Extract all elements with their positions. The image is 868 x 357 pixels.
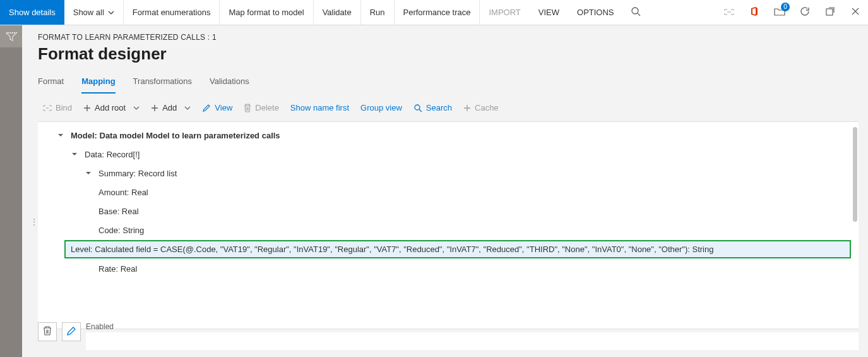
tab-validations[interactable]: Validations: [210, 71, 249, 94]
show-all-button[interactable]: Show all: [64, 0, 124, 25]
office-icon: [749, 6, 759, 18]
bind-icon: [43, 105, 52, 111]
add-root-button[interactable]: Add root: [83, 103, 140, 112]
search-button[interactable]: [623, 0, 648, 25]
refresh-button[interactable]: [792, 0, 817, 25]
tree-label: Summary: Record list: [98, 169, 177, 178]
top-command-bar: Show details Show all Format enumeration…: [0, 0, 868, 25]
tree-node-summary[interactable]: Summary: Record list: [38, 164, 859, 183]
search-icon: [631, 6, 641, 18]
page-title: Format designer: [38, 42, 859, 68]
tab-transformations[interactable]: Transformations: [133, 71, 192, 94]
svg-line-4: [419, 109, 422, 112]
tab-bar: Format Mapping Transformations Validatio…: [38, 68, 859, 94]
bind-button[interactable]: Bind: [43, 103, 72, 112]
trash-icon: [244, 104, 251, 112]
search-button[interactable]: Search: [413, 103, 452, 112]
show-all-label: Show all: [73, 8, 104, 17]
tree-label: Amount: Real: [85, 188, 148, 197]
tree-label: Data: Record[!]: [85, 150, 140, 159]
tree-label: Level: Calculated field = CASE(@.Code, "…: [71, 245, 713, 254]
add-root-label: Add root: [95, 103, 126, 112]
tree-node-model[interactable]: Model: Data model Model to learn paramet…: [38, 126, 859, 145]
tree-node-amount[interactable]: Amount: Real: [38, 183, 859, 202]
delete-label: Delete: [255, 103, 279, 112]
main-content: FORMAT TO LEARN PARAMETERIZED CALLS : 1 …: [22, 25, 868, 357]
svg-point-0: [632, 8, 638, 14]
run-button[interactable]: Run: [361, 0, 395, 25]
notification-badge: 0: [781, 3, 790, 11]
caret-down-icon: [57, 131, 64, 139]
caret-down-icon: [71, 150, 78, 158]
svg-line-1: [638, 13, 640, 16]
properties-panel: Enabled: [38, 322, 859, 351]
view-button[interactable]: View: [202, 103, 232, 112]
link-icon: [724, 8, 734, 17]
format-enumerations-button[interactable]: Format enumerations: [124, 0, 220, 25]
search-icon: [413, 104, 422, 112]
pencil-icon: [66, 326, 76, 338]
tab-mapping[interactable]: Mapping: [81, 71, 115, 94]
tree-panel: ⋮ Model: Data model Model to learn param…: [38, 121, 859, 329]
tree-label: Model: Data model Model to learn paramet…: [71, 131, 280, 140]
cache-label: Cache: [475, 103, 499, 112]
import-menu[interactable]: IMPORT: [480, 0, 529, 25]
chevron-down-icon: [108, 11, 114, 15]
office-button[interactable]: [742, 0, 767, 25]
chevron-down-icon: [184, 106, 191, 110]
tree-node-base[interactable]: Base: Real: [38, 202, 859, 221]
tree-label: Code: String: [85, 226, 144, 235]
plus-icon: [151, 104, 158, 112]
filter-icon: [6, 32, 17, 41]
tree-node-level-selected[interactable]: Level: Calculated field = CASE(@.Code, "…: [64, 240, 851, 258]
show-name-first-button[interactable]: Show name first: [290, 103, 349, 112]
validate-button[interactable]: Validate: [314, 0, 361, 25]
add-button[interactable]: Add: [151, 103, 191, 112]
tab-format[interactable]: Format: [38, 71, 64, 94]
show-details-button[interactable]: Show details: [0, 0, 64, 25]
delete-button[interactable]: Delete: [244, 103, 279, 112]
plus-icon: [463, 104, 471, 112]
tree-node-code[interactable]: Code: String: [38, 221, 859, 239]
map-format-to-model-button[interactable]: Map format to model: [220, 0, 313, 25]
performance-trace-button[interactable]: Performance trace: [395, 0, 480, 25]
tree-node-data[interactable]: Data: Record[!]: [38, 145, 859, 164]
close-button[interactable]: [843, 0, 868, 25]
bind-label: Bind: [56, 103, 72, 112]
tree-label: Base: Real: [85, 207, 139, 216]
add-label: Add: [162, 103, 177, 112]
chevron-down-icon: [133, 106, 140, 110]
enabled-label: Enabled: [86, 322, 859, 332]
left-rail: [0, 25, 22, 357]
svg-point-3: [415, 105, 420, 110]
mapping-toolbar: Bind Add root Add: [38, 94, 859, 121]
refresh-icon: [800, 6, 810, 18]
search-label: Search: [426, 103, 452, 112]
popout-icon: [825, 6, 835, 18]
filter-button[interactable]: [0, 25, 22, 47]
view-menu[interactable]: VIEW: [530, 0, 568, 25]
delete-property-button[interactable]: [38, 322, 57, 341]
view-label: View: [215, 103, 232, 112]
tree-node-rate[interactable]: Rate: Real: [38, 259, 859, 278]
edit-property-button[interactable]: [62, 322, 81, 341]
drag-handle[interactable]: ⋮: [30, 217, 37, 227]
pencil-icon: [202, 104, 211, 112]
plus-icon: [83, 104, 91, 112]
notifications-button[interactable]: 0: [767, 0, 792, 25]
scrollbar[interactable]: [853, 127, 857, 222]
group-view-button[interactable]: Group view: [360, 103, 402, 112]
enabled-input[interactable]: [86, 332, 859, 350]
close-icon: [851, 7, 860, 18]
cache-button[interactable]: Cache: [463, 103, 499, 112]
svg-rect-2: [826, 9, 833, 15]
popout-button[interactable]: [817, 0, 843, 25]
connect-button[interactable]: [716, 0, 742, 25]
enabled-field: Enabled: [86, 322, 859, 350]
options-menu[interactable]: OPTIONS: [568, 0, 623, 25]
breadcrumb: FORMAT TO LEARN PARAMETERIZED CALLS : 1: [38, 25, 859, 42]
caret-down-icon: [85, 169, 92, 177]
trash-icon: [43, 326, 52, 338]
tree-label: Rate: Real: [85, 264, 137, 274]
